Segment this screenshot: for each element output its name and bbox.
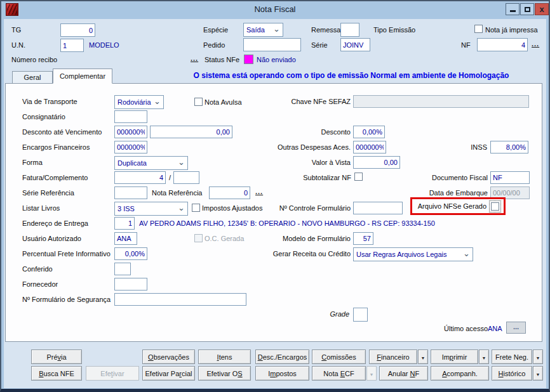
nota-ja-impressa-checkbox[interactable]	[474, 25, 483, 33]
encargos-financeiros-field[interactable]	[114, 141, 147, 154]
frete-neg-dropdown-arrow[interactable]: ▼	[533, 350, 543, 364]
modelo-formulario-label: Modelo de Formulário	[273, 235, 351, 242]
nota-avulsa-checkbox[interactable]	[194, 98, 203, 106]
desconto-field[interactable]	[353, 126, 385, 138]
inss-field[interactable]	[490, 141, 528, 154]
data-embarque-label: Data de Embarque	[427, 189, 488, 197]
impostos-ajustados-checkbox[interactable]	[192, 204, 200, 212]
nf-field[interactable]	[477, 38, 528, 51]
financeiro-dropdown-arrow[interactable]: ▼	[418, 350, 428, 364]
remessa-label: Remessa	[311, 26, 340, 34]
annotation-arquivo-nfse-highlight: Arquivo NFSe Gerado	[410, 197, 506, 215]
minimize-button[interactable]	[506, 3, 520, 15]
acompanh-button[interactable]: Acompanh.	[431, 366, 489, 381]
close-button[interactable]: x	[535, 3, 549, 15]
historico-dropdown-arrow[interactable]: ▼	[533, 366, 543, 381]
arquivo-nfse-checkbox[interactable]	[491, 202, 499, 211]
tg-field[interactable]	[60, 23, 95, 37]
tab-geral[interactable]: Geral	[12, 71, 53, 84]
chevron-down-icon: ⌄	[273, 24, 280, 34]
chave-nfe-label: Chave NFe SEFAZ	[279, 98, 351, 105]
serie-referencia-field[interactable]	[114, 186, 147, 199]
listar-livros-dropdown[interactable]: 3 ISS ⌄	[114, 202, 188, 216]
fornecedor-field[interactable]	[114, 278, 147, 291]
desc-encargos-button[interactable]: Desc./Encargos	[255, 350, 309, 364]
serie-label: Série	[311, 41, 328, 49]
oc-gerada-checkbox	[194, 234, 203, 242]
status-nfe-value: Não enviado	[257, 56, 296, 63]
outras-despesas-field[interactable]	[353, 141, 386, 154]
anular-nf-button[interactable]: Anular NF	[379, 366, 428, 381]
numero-recibo-lookup-link[interactable]: ...	[191, 55, 198, 62]
ultimo-acesso-lookup-button[interactable]: ...	[506, 322, 526, 334]
impostos-button[interactable]: Impostos	[255, 366, 309, 381]
imprimir-button[interactable]: Imprimir	[431, 350, 478, 364]
forma-dropdown[interactable]: Duplicata ⌄	[114, 156, 188, 170]
ultimo-acesso-label: Último acesso	[444, 325, 488, 332]
status-nfe-label: Status NFe	[205, 56, 239, 63]
status-nfe-color-swatch	[244, 55, 253, 64]
usuario-autorizado-field[interactable]	[114, 232, 137, 245]
nota-referencia-field[interactable]	[209, 186, 250, 199]
documento-fiscal-field[interactable]	[490, 171, 530, 184]
pedido-field[interactable]	[243, 38, 301, 51]
valor-vista-field[interactable]	[353, 156, 400, 169]
conferido-label: Conferido	[22, 265, 53, 273]
endereco-numero-field[interactable]	[114, 217, 135, 230]
via-transporte-value: Rodoviária	[117, 98, 151, 106]
gerar-receita-dropdown[interactable]: Usar Regras Arquivos Legais ⌄	[353, 247, 473, 261]
subtotalizar-checkbox[interactable]	[354, 173, 363, 181]
previa-button[interactable]: Prévia	[31, 350, 82, 364]
grade-field[interactable]	[353, 308, 368, 322]
efetivar-parcial-button[interactable]: Efetivar Parcial	[142, 366, 195, 381]
nota-referencia-lookup-link[interactable]: ...	[255, 188, 263, 195]
encargos-financeiros-label: Encargos Financeiros	[22, 143, 90, 151]
observacoes-button[interactable]: Observações	[142, 350, 195, 364]
fatura-field[interactable]	[114, 171, 166, 184]
historico-button[interactable]: Histórico	[492, 366, 532, 381]
serie-field[interactable]	[340, 38, 370, 51]
outras-despesas-label: Outras Despesas Aces.	[273, 143, 351, 151]
via-transporte-dropdown[interactable]: Rodoviária ⌄	[114, 95, 164, 109]
consignatario-field[interactable]	[114, 110, 147, 123]
un-field[interactable]	[60, 39, 84, 52]
desconto-vencimento-valor-field[interactable]	[150, 126, 232, 138]
percentual-frete-field[interactable]	[114, 247, 147, 260]
modelo-formulario-field[interactable]	[353, 232, 373, 245]
busca-nfe-button[interactable]: Busca NFE	[31, 366, 82, 381]
endereco-entrega-value: AV PEDRO ADAMS FILHO, 12345' B: OPERARIO…	[139, 219, 435, 227]
grade-label: Grade	[321, 310, 349, 318]
controle-formulario-field[interactable]	[353, 202, 403, 214]
desconto-vencimento-pct-field[interactable]	[114, 126, 147, 138]
chave-nfe-field	[353, 95, 529, 108]
tab-complementar[interactable]: Complementar	[53, 69, 112, 84]
gerar-receita-label: Gerar Receita ou Crédito	[267, 250, 351, 258]
complemento-field[interactable]	[173, 171, 199, 184]
especie-dropdown[interactable]: Saída ⌄	[243, 23, 283, 37]
formulario-seguranca-field[interactable]	[114, 293, 246, 306]
environment-banner: O sistema está operando com o tipo de em…	[159, 71, 544, 80]
financeiro-button[interactable]: Financeiro	[369, 350, 417, 364]
impostos-ajustados-label: Impostos Ajustados	[202, 204, 262, 212]
inss-label: INSS	[467, 143, 487, 151]
fornecedor-label: Fornecedor	[22, 280, 58, 288]
itens-button[interactable]: Itens	[198, 350, 251, 364]
nota-ecf-button[interactable]: Nota ECF	[312, 366, 366, 381]
comissoes-button[interactable]: Comissões	[312, 350, 366, 364]
conferido-field[interactable]	[114, 263, 131, 275]
especie-value: Saída	[246, 26, 265, 34]
imprimir-dropdown-arrow[interactable]: ▼	[479, 350, 489, 364]
maximize-button[interactable]	[520, 3, 534, 15]
nf-lookup-link[interactable]: ...	[532, 41, 539, 48]
efetivar-os-button[interactable]: Efetivar OS	[198, 366, 251, 381]
endereco-entrega-label: Endereço de Entrega	[22, 219, 88, 227]
numero-recibo-label: Número recibo	[11, 56, 57, 63]
remessa-field[interactable]	[340, 23, 359, 37]
subtotalizar-label: Subtotalizar NF	[283, 174, 351, 181]
controle-formulario-label: Nº Controle Formulário	[273, 204, 351, 212]
un-description: MODELO	[89, 41, 119, 49]
gerar-receita-value: Usar Regras Arquivos Legais	[356, 251, 446, 258]
frete-neg-button[interactable]: Frete Neg.	[492, 350, 532, 364]
nf-label: NF	[461, 41, 471, 49]
nota-referencia-label: Nota Referência	[152, 189, 203, 197]
